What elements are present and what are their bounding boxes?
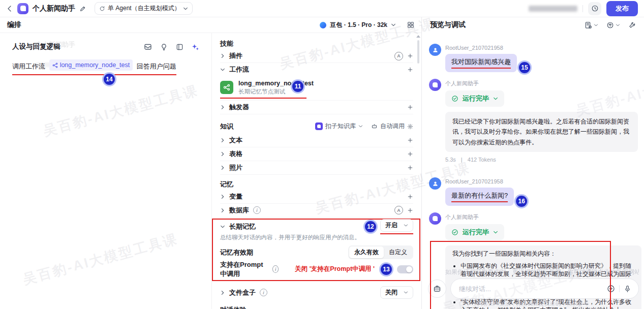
- prompt-suffix: 回答用户问题: [137, 63, 176, 70]
- meta-divider: |: [461, 157, 463, 163]
- knowledge-table-row[interactable]: 表格: [220, 147, 413, 161]
- back-icon[interactable]: [6, 5, 13, 12]
- plugins-row[interactable]: 插件 A: [220, 49, 413, 63]
- app-title: 个人新闻助手: [33, 4, 75, 13]
- wrench-icon[interactable]: [628, 21, 636, 29]
- history-button[interactable]: [588, 2, 601, 15]
- filebox-row[interactable]: 文件盒子 i 关闭: [220, 285, 413, 300]
- chevron-down-icon: [493, 96, 498, 101]
- workflow-item[interactable]: long_memory_node_test 长期记忆节点测试 11: [220, 76, 413, 101]
- workflow-item-icon: [220, 81, 233, 94]
- knowledge-text-row[interactable]: 文本: [220, 134, 413, 147]
- annotation-16: 16: [516, 196, 527, 207]
- run-time: 5.3s: [445, 157, 456, 163]
- run-status-chip[interactable]: 运行完毕: [445, 90, 504, 107]
- triggers-row[interactable]: 触发器: [220, 101, 413, 114]
- memory-validity-row: 记忆有效期 永久有效 自定义: [220, 244, 413, 261]
- add-trigger-icon[interactable]: [407, 104, 413, 110]
- add-database-icon[interactable]: [407, 207, 413, 213]
- add-plugin-icon[interactable]: [407, 53, 413, 59]
- bot-name: 个人新闻助手: [445, 80, 638, 87]
- annotation-note: 关闭 '支持在Prompt中调用 ': [295, 265, 375, 273]
- longterm-memory-highlight-box: 长期记忆 12 开启 总结聊天对话的内容，并用于更好的响应用户的消息。: [212, 219, 420, 281]
- chat-input-pill: [450, 279, 639, 299]
- add-table-icon[interactable]: [407, 151, 413, 157]
- persona-section-title: 人设与回复逻辑: [12, 42, 60, 51]
- user-message-bubble: 最新的有什么新闻? 16: [445, 188, 514, 206]
- chevron-down-icon: [220, 67, 225, 72]
- auto-badge-icon: A: [394, 52, 403, 60]
- memory-header: 记忆: [220, 180, 413, 189]
- gear-icon[interactable]: [407, 123, 413, 130]
- scrollbar-thumb[interactable]: [417, 40, 419, 64]
- database-row[interactable]: 数据库 i A: [220, 204, 413, 218]
- publish-button[interactable]: 发布: [606, 1, 638, 16]
- bot-reply-intro: 我为你找到了一些国际新闻相关内容：: [452, 250, 634, 258]
- knowledge-header: 知识: [220, 122, 233, 131]
- prompt-library-icon[interactable]: [144, 43, 152, 51]
- expand-layout-icon[interactable]: [176, 43, 183, 51]
- preview-header: 预览与调试: [422, 17, 644, 33]
- add-text-icon[interactable]: [407, 137, 413, 143]
- longterm-memory-state-select[interactable]: 开启: [380, 219, 413, 232]
- ai-optimize-sparkle-icon[interactable]: [192, 43, 199, 51]
- microphone-icon[interactable]: [624, 285, 631, 293]
- chevron-right-icon: [220, 194, 225, 199]
- check-circle-icon: [451, 229, 458, 236]
- knowledge-photo-row[interactable]: 照片: [220, 161, 413, 175]
- debug-doc-icon: [585, 21, 592, 29]
- editor-panel: 编排 豆包 · 1.5 · Pro · 32k 个人新闻助手: [0, 17, 422, 309]
- agent-mode-selector[interactable]: 单 Agent（自主规划模式）: [95, 2, 193, 15]
- add-photo-icon[interactable]: [407, 165, 413, 171]
- edit-title-icon[interactable]: [79, 5, 86, 12]
- chevron-right-icon: [220, 165, 225, 170]
- lightbulb-icon[interactable]: [160, 43, 168, 51]
- chat-input[interactable]: [458, 285, 603, 293]
- debug-log-selector[interactable]: [585, 21, 598, 29]
- toolbox-button[interactable]: [428, 280, 446, 298]
- scrollbar[interactable]: [416, 35, 420, 64]
- chevron-down-icon: [594, 23, 598, 27]
- auto-call-setting[interactable]: 自动调用: [371, 122, 413, 131]
- ai-disclaimer: 内容由AI生成，无法确保真实准确，仅供参考: [422, 300, 644, 307]
- memory-inspect-selector[interactable]: [606, 21, 620, 29]
- coze-kb-icon: [315, 122, 323, 130]
- annotation-12: 12: [365, 221, 376, 232]
- redacted-text: [529, 6, 577, 12]
- run-status-chip[interactable]: 运行完毕: [445, 224, 504, 240]
- preview-panel: 预览与调试: [422, 17, 644, 309]
- variables-row[interactable]: 变量: [220, 190, 413, 204]
- preview-title: 预览与调试: [430, 20, 466, 29]
- add-variable-icon[interactable]: [407, 194, 413, 200]
- add-workflow-icon[interactable]: [407, 67, 413, 73]
- validity-permanent-option[interactable]: 永久有效: [349, 246, 384, 258]
- chevron-right-icon: [220, 151, 225, 157]
- info-icon: i: [253, 206, 261, 214]
- model-selector[interactable]: 豆包 · 1.5 · Pro · 32k: [330, 21, 387, 29]
- annotation-14: 14: [104, 74, 115, 85]
- scroll-up-arrow[interactable]: [416, 35, 420, 38]
- workflow-icon: [52, 63, 58, 68]
- chevron-down-icon: [220, 224, 225, 229]
- chevron-down-icon: [391, 22, 396, 27]
- bot-avatar: [429, 212, 441, 225]
- filebox-state-select[interactable]: 关闭: [380, 286, 413, 299]
- chevron-right-icon: [220, 290, 225, 295]
- prompt-call-toggle[interactable]: [397, 265, 413, 273]
- faded-continuation-text: 如果你还想获取更实时、更详细的国际新闻，你可以通过专业的新闻网站如新浪新闻、: [445, 268, 639, 276]
- validity-custom-option[interactable]: 自定义: [384, 246, 412, 258]
- add-attachment-icon[interactable]: [607, 285, 615, 293]
- longterm-memory-row[interactable]: 长期记忆 12 开启: [220, 220, 413, 234]
- user-name: RootUser_2107021958: [445, 178, 638, 184]
- layout-grid-icon[interactable]: [407, 21, 414, 28]
- chevron-right-icon: [220, 53, 225, 58]
- bot-avatar: [429, 79, 441, 91]
- chat-input-row: [428, 279, 639, 299]
- workflow-reference-chip[interactable]: long_memory_node_test: [49, 59, 133, 71]
- app-logo-icon: [17, 3, 28, 14]
- workflows-row[interactable]: 工作流: [220, 63, 413, 76]
- orchestration-title: 编排: [7, 20, 21, 29]
- persona-prompt[interactable]: 调用工作流 long_memory_node_test 回答用户问题 14: [12, 59, 199, 75]
- knowledge-base-selector[interactable]: 扣子知识库: [315, 122, 363, 131]
- message-meta: 5.3s | 412 Tokens: [445, 157, 638, 163]
